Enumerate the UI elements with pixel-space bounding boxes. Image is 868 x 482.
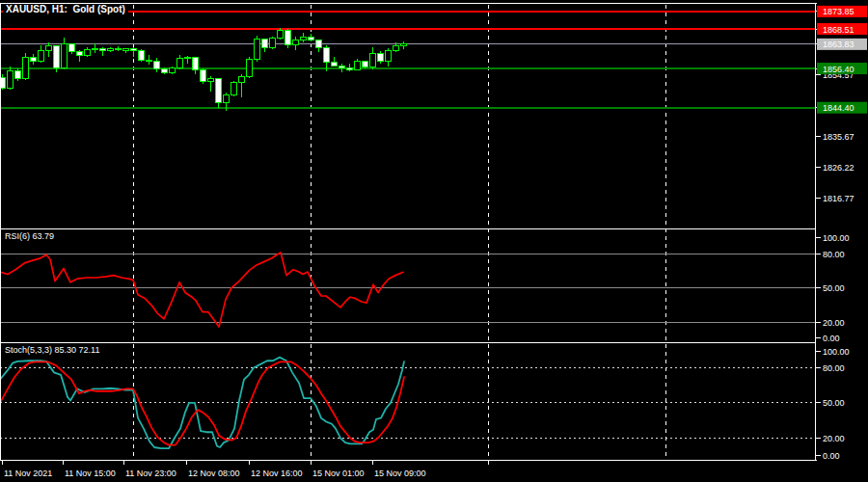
candle-body-bear: [332, 63, 338, 67]
time-axis-label: 12 Nov 08:00: [188, 469, 240, 478]
candle-body-bull: [39, 51, 44, 62]
candle-body-bear: [363, 62, 368, 67]
candle-body-bull: [355, 62, 361, 69]
rsi-indicator-label: RSI(6) 63.79: [3, 231, 56, 241]
time-axis-label: 11 Nov 2021: [4, 469, 52, 478]
candle-body-bear: [116, 48, 122, 50]
candle-body-bear: [139, 50, 145, 60]
candle-body-bull: [247, 60, 253, 77]
candle-body-bear: [131, 49, 137, 51]
candle-body-bear: [15, 70, 21, 78]
price-line-label: 1856.40: [823, 65, 854, 74]
indicator-scale-label: 20.00: [823, 434, 845, 443]
time-axis-label: 11 Nov 15:00: [65, 469, 116, 478]
candle-body-bull: [231, 82, 237, 94]
time-axis-label: 15 Nov 09:00: [374, 469, 426, 478]
candle-body-bear: [31, 58, 37, 62]
candle-body-bear: [262, 40, 268, 48]
indicator-scale-label: 100.00: [823, 233, 850, 243]
candle-body-bear: [309, 38, 314, 40]
candle-body-bull: [93, 48, 98, 50]
candle-body-bull: [270, 39, 276, 48]
candle-body-bull: [255, 40, 260, 60]
indicator-scale-label: 20.00: [823, 318, 845, 328]
indicator-scale-label: 80.00: [823, 250, 845, 259]
candle-body-bull: [46, 46, 52, 51]
candle-body-bear: [54, 46, 60, 67]
price-scale-label: 1816.77: [823, 194, 854, 203]
time-axis-label: 12 Nov 16:00: [251, 469, 303, 478]
price-line-label: 1863.83: [823, 40, 854, 49]
price-scale-label: 1835.67: [823, 132, 854, 142]
indicator-scale-label: 50.00: [823, 398, 845, 408]
candle-body-bull: [293, 40, 299, 45]
candle-body-bear: [193, 57, 199, 70]
indicator-scale-label: 80.00: [823, 363, 845, 373]
candle-body-bull: [208, 79, 214, 82]
candle-body-bull: [224, 94, 230, 103]
candle-body-bull: [301, 38, 307, 40]
candle-body-bull: [386, 50, 392, 62]
candle-body-bear: [69, 44, 75, 51]
candle-body-bear: [316, 40, 322, 47]
candle-body-bear: [154, 62, 160, 68]
price-line-label: 1873.85: [823, 7, 854, 16]
indicator-scale-label: 0.00: [823, 334, 840, 343]
candle-body-bear: [378, 53, 384, 61]
candle-body-bear: [347, 67, 353, 69]
candle-body-bear: [216, 79, 222, 103]
indicator-scale-label: 0.00: [823, 451, 840, 461]
chart-canvas[interactable]: 1854.571835.671826.221816.771873.851868.…: [0, 0, 868, 482]
candle-body-bull: [85, 49, 91, 56]
candle-body-bull: [123, 49, 129, 51]
price-line-label: 1868.51: [823, 25, 854, 35]
candle-body-bull: [278, 30, 284, 38]
candle-body-bull: [170, 68, 176, 72]
indicator-scale-label: 100.00: [823, 347, 850, 357]
candle-body-bull: [239, 77, 245, 83]
candle-body-bear: [162, 68, 168, 72]
candle-body-bull: [401, 44, 407, 46]
candle-body-bull: [393, 46, 399, 50]
candle-body-bear: [77, 51, 83, 55]
candle-body-bull: [370, 53, 376, 67]
candle-body-bear: [285, 30, 291, 45]
chart-symbol-title: XAUUSD, H1: Gold (Spot): [3, 4, 128, 14]
candle-body-bull: [23, 58, 29, 78]
candle-body-bear: [100, 48, 106, 50]
candle-body-bear: [147, 60, 152, 62]
price-line-label: 1844.40: [823, 103, 854, 113]
time-axis-label: 11 Nov 23:00: [125, 469, 176, 478]
time-axis-label: 15 Nov 01:00: [312, 469, 365, 478]
candle-body-bull: [108, 48, 114, 50]
indicator-scale-label: 50.00: [823, 283, 845, 293]
candle-body-bear: [324, 48, 330, 63]
candle-body-bull: [8, 70, 14, 89]
rsi-line: [0, 253, 403, 327]
candle-body-bull: [185, 57, 191, 59]
mt4-chart-window[interactable]: 1854.571835.671826.221816.771873.851868.…: [0, 0, 868, 482]
candle-body-bear: [201, 70, 206, 82]
price-scale-label: 1826.22: [823, 163, 854, 173]
candle-body-bull: [177, 59, 183, 68]
stoch-indicator-label: Stoch(5,3,3) 85.30 72.11: [3, 345, 101, 355]
candle-body-bear: [339, 66, 345, 67]
candle-body-bull: [62, 44, 68, 67]
